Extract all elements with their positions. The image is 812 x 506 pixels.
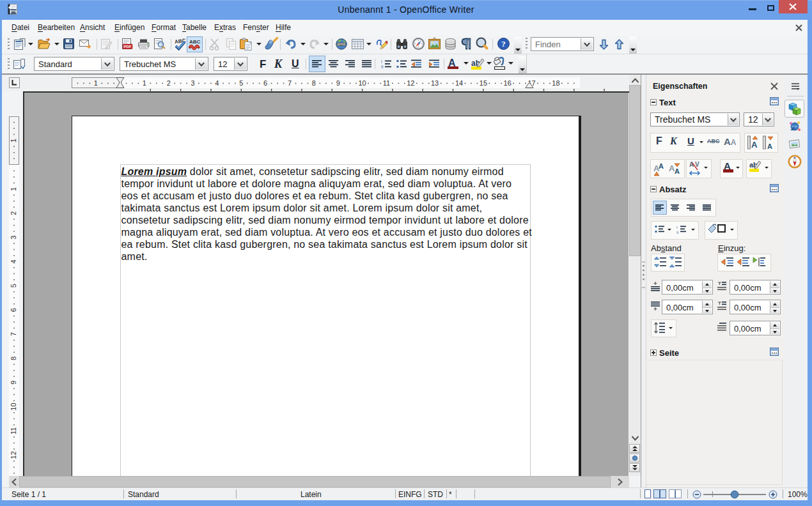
svg-text:6: 6 xyxy=(10,308,17,312)
svg-text:8: 8 xyxy=(10,356,17,360)
svg-text:12: 12 xyxy=(407,79,414,87)
svg-text:12: 12 xyxy=(10,451,17,459)
svg-text:1: 1 xyxy=(10,187,17,191)
svg-text:II: II xyxy=(381,65,384,69)
svg-text:2: 2 xyxy=(167,79,171,87)
svg-text:10: 10 xyxy=(10,402,17,410)
svg-text:I: I xyxy=(676,226,678,229)
svg-text:16: 16 xyxy=(504,79,511,87)
svg-text:3: 3 xyxy=(191,79,195,87)
svg-text:11: 11 xyxy=(10,427,17,434)
svg-text:5: 5 xyxy=(10,284,17,288)
svg-text:4: 4 xyxy=(215,79,219,87)
svg-text:18: 18 xyxy=(552,79,559,87)
svg-text:7: 7 xyxy=(288,79,292,87)
svg-text:10: 10 xyxy=(358,79,366,87)
svg-text:?: ? xyxy=(501,39,506,49)
svg-text:ABC: ABC xyxy=(189,39,201,45)
svg-text:5: 5 xyxy=(239,79,243,87)
svg-text:A: A xyxy=(675,167,680,175)
svg-text:4: 4 xyxy=(10,259,17,263)
svg-text:II: II xyxy=(676,231,679,234)
svg-text:A: A xyxy=(767,142,772,150)
svg-text:13: 13 xyxy=(431,79,439,87)
svg-text:6: 6 xyxy=(263,79,267,87)
svg-text:3: 3 xyxy=(10,236,17,240)
svg-text:2: 2 xyxy=(10,211,17,215)
svg-text:11: 11 xyxy=(383,79,390,87)
svg-text:9: 9 xyxy=(336,79,340,87)
svg-text:9: 9 xyxy=(10,381,17,385)
svg-text:I: I xyxy=(381,59,382,64)
svg-text:PDF: PDF xyxy=(123,44,132,49)
svg-text:1: 1 xyxy=(94,79,98,87)
svg-text:14: 14 xyxy=(455,79,463,87)
svg-text:A: A xyxy=(659,162,664,170)
svg-text:8: 8 xyxy=(312,79,316,87)
svg-text:A: A xyxy=(751,140,758,150)
svg-text:1: 1 xyxy=(10,139,17,142)
svg-text:15: 15 xyxy=(480,79,487,87)
svg-text:7: 7 xyxy=(10,332,17,336)
svg-text:1: 1 xyxy=(143,79,146,87)
